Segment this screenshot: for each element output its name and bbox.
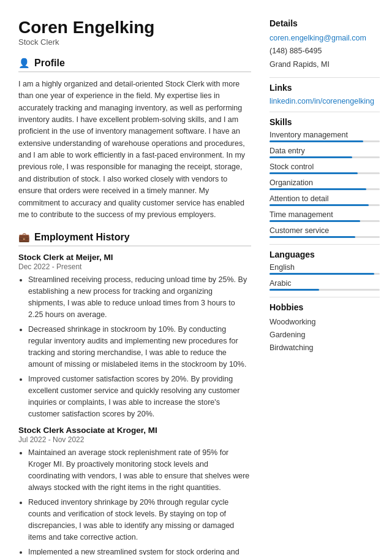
job-bullets-2: Maintained an average stock replenishmen… [18, 447, 251, 555]
skills-section: Skills Inventory management Data entry S… [270, 117, 380, 238]
job-bullets-1: Streamlined receiving process, reducing … [18, 274, 251, 419]
language-english: English [270, 263, 380, 275]
language-arabic: Arabic [270, 279, 380, 291]
job-dates-1: Dec 2022 - Present [18, 262, 251, 271]
skill-data-entry: Data entry [270, 147, 380, 158]
job-item-1: Stock Clerk at Meijer, MI Dec 2022 - Pre… [18, 253, 251, 419]
bullet: Reduced inventory shrinkage by 20% throu… [28, 497, 251, 543]
bullet: Implemented a new streamlined system for… [28, 546, 251, 555]
employment-section: 💼 Employment History Stock Clerk at Meij… [18, 232, 251, 555]
hobbies-section: Hobbies Woodworking Gardening Birdwatchi… [270, 302, 380, 355]
skill-inventory-management: Inventory management [270, 131, 380, 142]
profile-section: 👤 Profile I am a highly organized and de… [18, 58, 251, 221]
profile-section-label: Profile [34, 58, 65, 69]
candidate-title: Stock Clerk [18, 37, 251, 47]
job-dates-2: Jul 2022 - Nov 2022 [18, 435, 251, 444]
links-section-label: Links [270, 83, 380, 93]
skill-organization: Organization [270, 178, 380, 190]
bullet: Decreased shrinkage in stockroom by 10%.… [28, 324, 251, 370]
email-link[interactable]: coren.engelking@gmail.com [270, 32, 380, 45]
profile-icon: 👤 [18, 58, 30, 69]
hobbies-section-label: Hobbies [270, 302, 380, 312]
skill-attention-to-detail: Attention to detail [270, 194, 380, 206]
languages-section-label: Languages [270, 250, 380, 259]
skill-stock-control: Stock control [270, 163, 380, 174]
phone: (148) 885-6495 [270, 45, 380, 58]
header: Coren Engelking Stock Clerk [18, 18, 251, 47]
right-panel: Details coren.engelking@gmail.com (148) … [270, 18, 380, 555]
hobby-gardening: Gardening [270, 329, 380, 342]
hobby-woodworking: Woodworking [270, 316, 380, 329]
hobby-birdwatching: Birdwatching [270, 342, 380, 354]
employment-section-label: Employment History [34, 232, 130, 243]
linkedin-link[interactable]: linkedin.com/in/corenengelking [270, 97, 374, 105]
links-section: Links linkedin.com/in/corenengelking [270, 83, 380, 105]
job-title-2: Stock Clerk Associate at Kroger, MI [18, 426, 251, 435]
profile-text: I am a highly organized and detail-orien… [18, 78, 251, 221]
employment-icon: 💼 [18, 232, 30, 243]
details-section: Details coren.engelking@gmail.com (148) … [270, 18, 380, 71]
bullet: Streamlined receiving process, reducing … [28, 274, 251, 320]
skill-time-management: Time management [270, 210, 380, 222]
skills-section-label: Skills [270, 117, 380, 127]
job-item-2: Stock Clerk Associate at Kroger, MI Jul … [18, 426, 251, 555]
details-section-label: Details [270, 18, 380, 28]
bullet: Improved customer satisfaction scores by… [28, 373, 251, 419]
candidate-name: Coren Engelking [18, 18, 251, 37]
location: Grand Rapids, MI [270, 58, 380, 71]
job-title-1: Stock Clerk at Meijer, MI [18, 253, 251, 262]
bullet: Maintained an average stock replenishmen… [28, 447, 251, 493]
skill-customer-service: Customer service [270, 226, 380, 238]
languages-section: Languages English Arabic [270, 250, 380, 291]
